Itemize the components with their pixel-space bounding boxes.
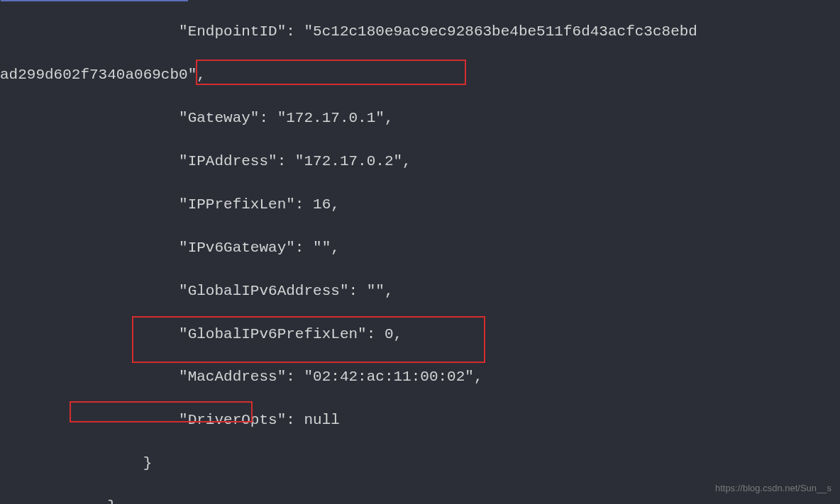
terminal-output[interactable]: "EndpointID": "5c12c180e9ac9ec92863be4be… bbox=[0, 0, 840, 504]
watermark-text: https://blog.csdn.net/Sun__s bbox=[715, 482, 831, 495]
terminal-line: "GlobalIPv6PrefixLen": 0, bbox=[0, 324, 840, 345]
terminal-line: } bbox=[0, 496, 840, 504]
terminal-line: "EndpointID": "5c12c180e9ac9ec92863be4be… bbox=[0, 21, 840, 43]
terminal-line: "GlobalIPv6Address": "", bbox=[0, 281, 840, 302]
terminal-line: } bbox=[0, 453, 840, 474]
terminal-line: "DriverOpts": null bbox=[0, 410, 840, 431]
terminal-line: ad299d602f7340a069cb0", bbox=[0, 65, 840, 86]
terminal-line: "Gateway": "172.17.0.1", bbox=[0, 108, 840, 129]
terminal-line: "MacAddress": "02:42:ac:11:00:02", bbox=[0, 366, 840, 388]
terminal-line: "IPPrefixLen": 16, bbox=[0, 194, 840, 215]
terminal-line: "IPAddress": "172.17.0.2", bbox=[0, 151, 840, 172]
terminal-line: "IPv6Gateway": "", bbox=[0, 237, 840, 259]
